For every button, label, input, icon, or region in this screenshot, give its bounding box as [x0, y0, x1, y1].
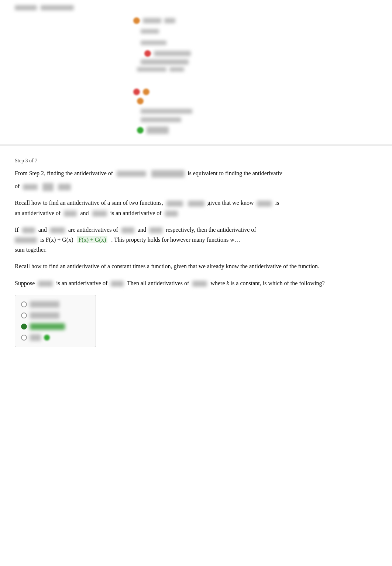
blur-frac-top — [141, 29, 159, 34]
para1-expr-blur — [117, 171, 146, 177]
option-text-3 — [30, 323, 65, 330]
para5-where-k: where k is a constant, is which of the f… — [210, 280, 324, 286]
option-radio-1[interactable] — [21, 301, 27, 307]
para1-text-start: From Step 2, finding the antiderivative … — [15, 170, 113, 176]
para5-then: Then all antiderivatives of — [127, 280, 189, 286]
para3-and2: and — [138, 227, 146, 233]
para5-blur1 — [38, 281, 53, 287]
blur-row-4a — [137, 67, 166, 72]
blur-expr2-1 — [141, 109, 192, 114]
para2-blur2 — [188, 201, 204, 207]
option-radio-2[interactable] — [21, 313, 27, 318]
top-image-area — [0, 0, 392, 139]
blur-frac-bottom — [141, 41, 166, 45]
para-5: Suppose is an antiderivative of Then all… — [15, 278, 377, 288]
para1-text-end: is equivalent to finding the antiderivat… — [188, 170, 282, 176]
green-dot-1 — [137, 127, 144, 134]
para2-an-antideriv: an antiderivative of — [15, 210, 61, 216]
para3-end: . This property holds for however many f… — [111, 237, 240, 243]
para1-line2-of: of — [15, 183, 20, 189]
para3-green-text: F(x) + G(x) — [77, 236, 107, 243]
blur-row-4b — [169, 67, 184, 72]
para2-blur5 — [92, 211, 107, 217]
para2-blur1 — [166, 201, 183, 207]
blur-expr-1a — [143, 18, 161, 23]
header-blur-1 — [15, 5, 37, 10]
blur-row-2 — [154, 51, 191, 56]
para-2: Recall how to find an antiderivative of … — [15, 198, 377, 218]
para-4: Recall how to find an antiderivative of … — [15, 261, 377, 271]
option-text-1 — [30, 301, 59, 308]
para2-is: is — [275, 200, 279, 206]
option-text-2 — [30, 312, 59, 319]
option-row-4[interactable] — [21, 332, 90, 343]
para-1: From Step 2, finding the antiderivative … — [15, 168, 377, 178]
para3-respectively: respectively, then the antiderivative of — [166, 227, 256, 233]
para3-and: and — [38, 227, 47, 233]
para2-blur6 — [165, 211, 178, 217]
para2-text: Recall how to find an antiderivative of … — [15, 200, 163, 206]
red-dot-2 — [133, 89, 140, 95]
answer-options-box — [15, 295, 96, 347]
para1-line2-blur3 — [58, 184, 71, 190]
option-row-2[interactable] — [21, 310, 90, 321]
red-dot-1 — [144, 50, 151, 57]
para-3: If and are antiderivatives of and respec… — [15, 225, 377, 255]
para3-blur1 — [22, 227, 35, 233]
math-expression-image — [133, 13, 259, 76]
para3-blur5 — [15, 237, 37, 243]
para2-given: given that we know — [207, 200, 254, 206]
para1-line2-blur1 — [23, 184, 38, 190]
para5-blur2 — [111, 281, 124, 287]
para-1-line2: of — [15, 181, 377, 191]
para2-blur4 — [64, 211, 77, 217]
second-expression-image — [133, 84, 259, 139]
option-row-1[interactable] — [21, 299, 90, 310]
blur-expr2-2 — [141, 117, 181, 122]
para5-suppose: Suppose — [15, 280, 35, 286]
para3-are-antiderivatives: are antiderivatives of — [68, 227, 118, 233]
para2-blur3 — [257, 201, 272, 207]
orange-dot-2 — [143, 89, 149, 95]
option-text-4 — [30, 334, 41, 341]
para2-and: and — [80, 210, 89, 216]
orange-dot-1 — [133, 17, 140, 24]
para3-blur4 — [149, 227, 162, 233]
para3-blur3 — [121, 227, 134, 233]
blur-expr2-num — [147, 127, 169, 134]
option-radio-4[interactable] — [21, 335, 27, 341]
green-checkmark — [44, 335, 50, 341]
para1-img-blur — [151, 170, 185, 177]
step-content-area: Step 3 of 7 From Step 2, finding the ant… — [0, 151, 392, 347]
option-row-3[interactable] — [21, 321, 90, 332]
blur-expr-1b — [164, 18, 175, 23]
para1-line2-blur2 — [42, 183, 54, 191]
para5-is-antideriv: is an antiderivative of — [56, 280, 107, 286]
k-italic: k — [227, 280, 229, 286]
para2-is-antideriv: is an antiderivative of — [110, 210, 162, 216]
para3-sum: sum together. — [15, 246, 47, 253]
orange-dot-3 — [137, 98, 144, 104]
step-label: Step 3 of 7 — [15, 158, 377, 164]
para3-if: If — [15, 227, 19, 233]
para5-blur3 — [192, 281, 207, 287]
section-divider — [0, 145, 392, 145]
para3-blur2 — [50, 227, 65, 233]
para3-is: is F(x) + G(x) — [40, 237, 73, 243]
option-radio-3[interactable] — [21, 324, 27, 329]
blur-row-3 — [141, 59, 189, 65]
header-blur-2 — [41, 5, 74, 10]
